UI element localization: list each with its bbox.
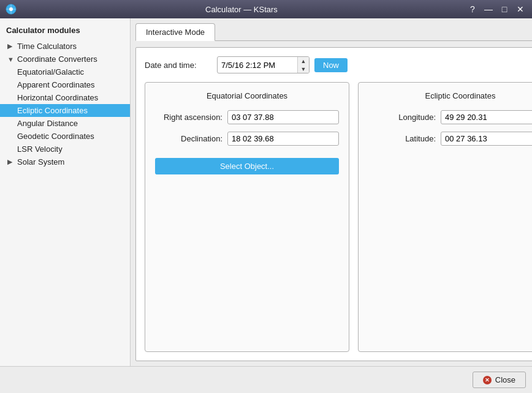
sidebar: Calculator modules ▶ Time Calculators ▼ … (0, 18, 131, 366)
tab-bar: Interactive Mode (135, 23, 532, 41)
sidebar-label-equatorial-galactic: Equatorial/Galactic (17, 67, 125, 77)
equatorial-title: Equatorial Coordinates (155, 91, 339, 100)
sidebar-label-angular-distance: Angular Distance (17, 119, 125, 128)
sidebar-label-time-calculators: Time Calculators (17, 42, 125, 51)
datetime-spin-up[interactable]: ▲ (298, 57, 309, 65)
minimize-button[interactable]: — (482, 2, 495, 16)
now-button[interactable]: Now (314, 58, 348, 72)
window-close-button[interactable]: ✕ (514, 2, 527, 16)
window-controls: ? — □ ✕ (466, 2, 527, 16)
help-button[interactable]: ? (466, 2, 479, 16)
sidebar-label-apparent-coordinates: Apparent Coordinates (17, 80, 125, 89)
close-label: Close (495, 375, 515, 384)
declination-label: Declination: (155, 134, 222, 143)
sidebar-item-geodetic-coordinates[interactable]: Geodetic Coordinates (0, 130, 130, 143)
sidebar-item-lsr-velocity[interactable]: LSR Velocity (0, 143, 130, 155)
datetime-spinners: ▲ ▼ (297, 57, 309, 73)
ecliptic-coordinates-box: Ecliptic Coordinates Longitude: Latitude… (358, 82, 532, 352)
panel-content: Date and time: ▲ ▼ Now Equatorial Coordi… (135, 47, 532, 361)
footer: ✕ Close (0, 366, 532, 393)
close-button[interactable]: ✕ Close (473, 372, 526, 388)
tab-interactive-mode[interactable]: Interactive Mode (135, 23, 215, 41)
datetime-input[interactable] (218, 59, 297, 72)
sidebar-label-ecliptic-coordinates: Ecliptic Coordinates (17, 106, 125, 115)
right-panel: Interactive Mode Date and time: ▲ ▼ Now (131, 18, 532, 366)
right-ascension-label: Right ascension: (155, 113, 222, 122)
tree-arrow-solar: ▶ (7, 158, 17, 166)
datetime-input-wrapper: ▲ ▼ (217, 56, 310, 73)
datetime-row: Date and time: ▲ ▼ Now (145, 56, 532, 73)
sidebar-header: Calculator modules (0, 22, 130, 40)
sidebar-label-horizontal-coordinates: Horizontal Coordinates (17, 93, 125, 102)
sidebar-item-solar-system[interactable]: ▶ Solar System (0, 155, 130, 168)
sidebar-item-time-calculators[interactable]: ▶ Time Calculators (0, 40, 130, 53)
app-icon (5, 3, 17, 15)
longitude-label: Longitude: (368, 113, 436, 122)
sidebar-label-solar-system: Solar System (17, 157, 125, 167)
sidebar-item-angular-distance[interactable]: Angular Distance (0, 117, 130, 130)
sidebar-item-horizontal-coordinates[interactable]: Horizontal Coordinates (0, 91, 130, 104)
latitude-input[interactable] (441, 132, 532, 146)
tab-interactive-mode-label: Interactive Mode (146, 28, 205, 37)
main-content: Calculator modules ▶ Time Calculators ▼ … (0, 18, 532, 366)
equatorial-coordinates-box: Equatorial Coordinates Right ascension: … (145, 82, 349, 352)
sidebar-label-geodetic-coordinates: Geodetic Coordinates (17, 132, 125, 141)
window-title: Calculator — KStars (17, 5, 466, 14)
datetime-spin-down[interactable]: ▼ (298, 65, 309, 73)
longitude-input[interactable] (441, 110, 532, 124)
sidebar-label-lsr-velocity: LSR Velocity (17, 144, 125, 154)
maximize-button[interactable]: □ (498, 2, 511, 16)
close-icon: ✕ (483, 376, 492, 384)
sidebar-item-apparent-coordinates[interactable]: Apparent Coordinates (0, 78, 130, 91)
titlebar: Calculator — KStars ? — □ ✕ (0, 0, 532, 18)
sidebar-item-ecliptic-coordinates[interactable]: Ecliptic Coordinates (0, 104, 130, 117)
sidebar-item-equatorial-galactic[interactable]: Equatorial/Galactic (0, 66, 130, 78)
sidebar-label-coordinate-converters: Coordinate Converters (17, 54, 125, 64)
right-ascension-input[interactable] (227, 110, 339, 124)
select-object-button[interactable]: Select Object... (155, 158, 339, 174)
latitude-label: Latitude: (368, 134, 436, 143)
tree-arrow-time: ▶ (7, 42, 17, 50)
tree-arrow-coords: ▼ (7, 56, 17, 63)
datetime-label: Date and time: (145, 61, 212, 70)
coordinates-row: Equatorial Coordinates Right ascension: … (145, 82, 532, 352)
sidebar-item-coordinate-converters[interactable]: ▼ Coordinate Converters (0, 53, 130, 66)
latitude-field: Latitude: (368, 132, 532, 146)
ecliptic-title: Ecliptic Coordinates (368, 91, 532, 100)
declination-field: Declination: (155, 132, 339, 146)
longitude-field: Longitude: (368, 110, 532, 124)
right-ascension-field: Right ascension: (155, 110, 339, 124)
declination-input[interactable] (227, 132, 339, 146)
